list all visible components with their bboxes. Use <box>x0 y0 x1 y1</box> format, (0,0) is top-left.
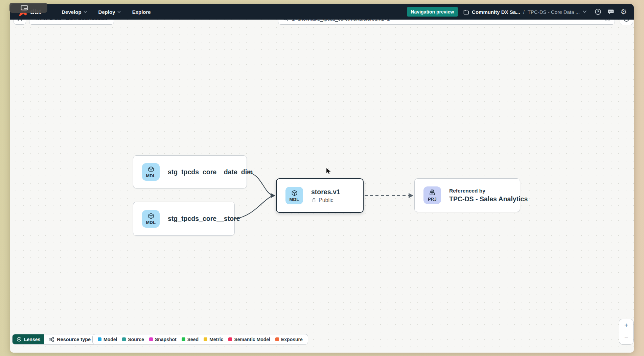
legend-swatch <box>122 337 126 341</box>
legend-label: Exposure <box>281 337 303 342</box>
svg-text:?: ? <box>597 10 599 14</box>
legend-label: Seed <box>187 337 199 342</box>
legend-item: Snapshot <box>149 337 177 342</box>
lineage-node-store[interactable]: MDL stg_tpcds_core__store <box>133 202 235 236</box>
mouse-cursor <box>326 168 332 175</box>
badge-label: MDL <box>146 220 156 225</box>
display-icon <box>21 5 28 11</box>
access-label: Public <box>319 197 334 203</box>
model-badge: MDL <box>285 187 303 204</box>
node-label: stg_tpcds_core__date_dim <box>168 168 253 176</box>
node-label: stores.v1 <box>311 188 340 196</box>
referenced-by-label: Referenced by <box>449 188 528 194</box>
legend-label: Snapshot <box>155 337 177 342</box>
legend-item: Exposure <box>275 337 303 342</box>
legend-swatch <box>275 337 279 341</box>
node-label: TPC-DS - Sales Analytics <box>449 195 528 203</box>
legend-label: Model <box>104 337 117 342</box>
settings-gear-icon[interactable]: ⚙ <box>620 8 628 16</box>
zoom-out-button[interactable]: − <box>619 332 633 345</box>
lineage-canvas[interactable]: MDL stg_tpcds_core__date_dim MDL stg_tpc… <box>10 20 634 353</box>
stack-icon <box>429 189 436 196</box>
badge-label: MDL <box>289 197 299 202</box>
legend-swatch <box>98 337 101 341</box>
graph-icon <box>49 337 54 342</box>
legend-label: Metric <box>209 337 223 342</box>
cube-icon <box>291 189 298 197</box>
nav-menu-explore[interactable]: Explore <box>128 7 156 17</box>
resource-type-legend: Model Source Snapshot Seed Metric <box>92 334 308 345</box>
project-badge: PRJ <box>423 186 441 204</box>
cube-icon <box>147 166 155 173</box>
nav-menu-label: Develop <box>62 9 81 15</box>
badge-label: MDL <box>146 173 156 178</box>
chevron-down-icon[interactable] <box>583 10 586 13</box>
feedback-icon[interactable] <box>607 8 615 16</box>
navigation-preview-badge[interactable]: Navigation preview <box>407 7 458 17</box>
model-badge: MDL <box>142 210 160 228</box>
breadcrumb-separator: / <box>523 9 525 15</box>
lenses-control-group: Lenses Resource type <box>12 334 102 345</box>
nav-menu-deploy[interactable]: Deploy <box>94 7 125 17</box>
folder-icon <box>463 9 469 15</box>
zoom-in-button[interactable]: + <box>619 319 633 332</box>
cube-icon <box>147 212 155 220</box>
badge-label: PRJ <box>428 197 437 202</box>
legend-item: Seed <box>182 337 199 342</box>
app-window: dbt Develop Deploy <box>10 4 634 353</box>
help-icon[interactable]: ? <box>594 8 602 16</box>
node-label: stg_tpcds_core__store <box>168 215 240 223</box>
lineage-node-date-dim[interactable]: MDL stg_tpcds_core__date_dim <box>133 155 247 188</box>
legend-label: Semantic Model <box>234 337 270 342</box>
legend-swatch <box>182 337 185 341</box>
legend-swatch <box>149 337 153 341</box>
unlock-icon <box>311 198 316 203</box>
legend-label: Source <box>128 337 144 342</box>
nav-menu-label: Deploy <box>98 9 115 15</box>
zoom-controls: + − <box>619 319 634 345</box>
legend-item: Metric <box>204 337 223 342</box>
chevron-down-icon <box>84 11 87 13</box>
breadcrumb-project[interactable]: Community DX Sa... <box>472 9 520 15</box>
project-breadcrumb[interactable]: Community DX Sa... / TPC-DS - Core Data … <box>463 9 586 15</box>
lenses-button[interactable]: Lenses <box>13 334 44 344</box>
model-badge: MDL <box>142 163 160 181</box>
lens-icon <box>17 337 22 342</box>
top-navigation-bar: dbt Develop Deploy <box>10 4 634 20</box>
breadcrumb-page[interactable]: TPC-DS - Core Data ... <box>528 9 580 15</box>
legend-item: Source <box>122 337 144 342</box>
nav-menu-develop[interactable]: Develop <box>57 7 91 17</box>
legend-item: Model <box>98 337 117 342</box>
lenses-label: Lenses <box>24 337 40 342</box>
resource-type-label: Resource type <box>57 337 91 342</box>
chevron-down-icon <box>117 11 121 13</box>
legend-swatch <box>228 337 232 341</box>
page-background: dbt Develop Deploy <box>0 0 644 356</box>
lineage-node-referenced-project[interactable]: PRJ Referenced by TPC-DS - Sales Analyti… <box>414 178 520 212</box>
legend-item: Semantic Model <box>228 337 270 342</box>
nav-menu-label: Explore <box>132 9 151 15</box>
screen-share-chip <box>9 3 47 13</box>
legend-swatch <box>204 337 207 341</box>
lineage-node-stores-v1[interactable]: MDL stores.v1 Public <box>276 178 364 213</box>
